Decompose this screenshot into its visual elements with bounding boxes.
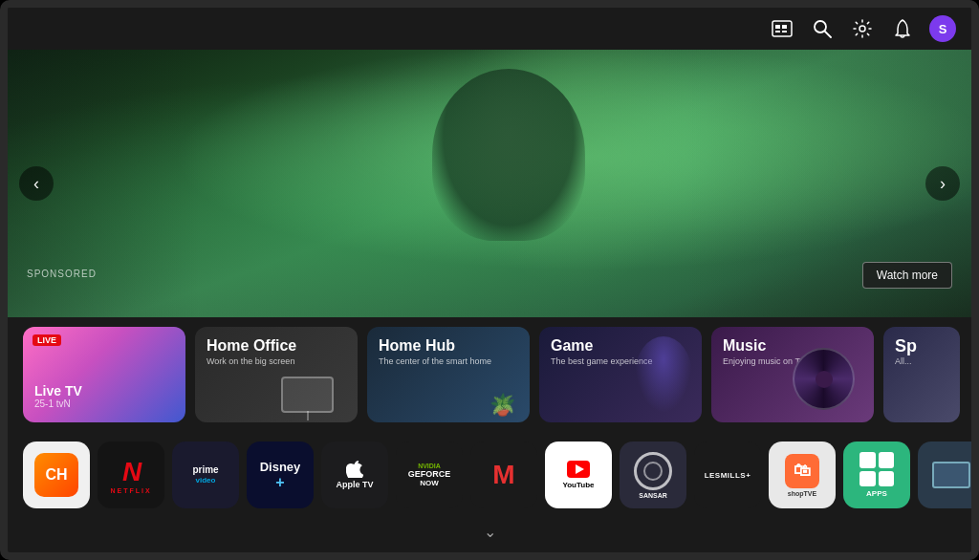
masterclass-logo: M bbox=[492, 460, 514, 490]
nvidia-text: NVIDIA bbox=[408, 463, 451, 469]
home-hub-subtitle: The center of the smart home bbox=[379, 356, 491, 366]
ch-logo: CH bbox=[34, 453, 78, 497]
svg-rect-1 bbox=[775, 25, 780, 29]
shoptv-label: shopTVE bbox=[788, 490, 816, 497]
screen-icon bbox=[932, 462, 970, 488]
desk-visual bbox=[262, 365, 358, 422]
hero-overlay bbox=[8, 50, 971, 317]
card-sp[interactable]: Sp All... bbox=[883, 327, 960, 422]
live-tv-channel: 25-1 tvN bbox=[34, 398, 82, 409]
sp-title: Sp bbox=[895, 336, 917, 356]
svg-rect-0 bbox=[772, 21, 792, 36]
apps-label: APPS bbox=[866, 489, 887, 498]
game-title: Game bbox=[551, 336, 653, 355]
card-game[interactable]: Game The best game experience bbox=[539, 327, 702, 422]
geforce-logo: NVIDIA GEFORCE NOW bbox=[408, 463, 451, 487]
vinyl-center bbox=[816, 371, 833, 388]
apps-grid-icon bbox=[859, 452, 894, 486]
home-hub-title: Home Hub bbox=[379, 336, 491, 355]
tv-frame: S ‹ › SPONSORED Watch more LIVE Live TV … bbox=[0, 0, 979, 560]
lesmills-text: LESMILLS+ bbox=[705, 471, 751, 480]
card-music[interactable]: Music Enjoying music on TV bbox=[711, 327, 874, 422]
music-label: Music Enjoying music on TV bbox=[723, 336, 806, 366]
sansar-text: SANSAR bbox=[639, 492, 667, 499]
netflix-n-logo: N bbox=[122, 457, 140, 487]
tv-guide-icon[interactable] bbox=[769, 15, 795, 42]
music-title: Music bbox=[723, 336, 806, 355]
live-tv-title: Live TV bbox=[34, 383, 82, 398]
apps-dot-2 bbox=[879, 452, 895, 468]
apps-dot-3 bbox=[859, 471, 876, 487]
youtube-text: YouTube bbox=[562, 481, 594, 489]
svg-line-6 bbox=[825, 32, 831, 37]
disney-logo: Disney + bbox=[260, 460, 301, 491]
monitor-stand bbox=[307, 411, 309, 420]
geforce-now-text: NOW bbox=[408, 479, 451, 487]
app-geforce-now[interactable]: NVIDIA GEFORCE NOW bbox=[396, 442, 463, 508]
home-office-label: Home Office Work on the big screen bbox=[207, 336, 296, 366]
sp-label: Sp All... bbox=[895, 336, 917, 366]
home-office-title: Home Office bbox=[207, 336, 296, 355]
app-masterclass[interactable]: M bbox=[470, 442, 537, 508]
youtube-icon bbox=[567, 461, 590, 478]
app-disney-plus[interactable]: Disney + bbox=[247, 442, 314, 508]
youtube-logo bbox=[567, 461, 590, 478]
vinyl-icon bbox=[793, 348, 855, 410]
hero-banner: ‹ › SPONSORED Watch more bbox=[8, 50, 971, 317]
scroll-down-chevron[interactable]: ⌄ bbox=[484, 523, 496, 541]
hero-nav-right-button[interactable]: › bbox=[925, 166, 960, 201]
search-icon[interactable] bbox=[809, 15, 836, 42]
prime-logo: prime video bbox=[192, 463, 218, 485]
apple-tv-text: Apple TV bbox=[336, 461, 373, 489]
music-subtitle: Enjoying music on TV bbox=[723, 356, 806, 366]
geforce-text: GEFORCE bbox=[408, 469, 451, 479]
app-lesmills[interactable]: LESMILLS+ bbox=[694, 442, 761, 508]
settings-icon[interactable] bbox=[849, 15, 876, 42]
svg-rect-4 bbox=[782, 31, 787, 32]
game-character-visual bbox=[635, 336, 692, 413]
card-home-office[interactable]: Home Office Work on the big screen bbox=[195, 327, 358, 422]
shoptv-bag-icon: 🛍 bbox=[794, 461, 811, 481]
disney-text: Disney bbox=[260, 460, 301, 474]
app-sansar[interactable]: SANSAR bbox=[620, 442, 686, 508]
apps-dot-4 bbox=[879, 471, 895, 487]
live-badge: LIVE bbox=[33, 334, 61, 346]
card-home-hub[interactable]: Home Hub The center of the smart home 🪴 bbox=[367, 327, 530, 422]
app-prime-video[interactable]: prime video bbox=[172, 442, 239, 508]
svg-rect-2 bbox=[782, 25, 787, 29]
sp-subtitle: All... bbox=[895, 356, 917, 366]
app-youtube[interactable]: YouTube bbox=[545, 442, 612, 508]
app-apps[interactable]: APPS bbox=[843, 442, 910, 508]
sansar-circle-icon bbox=[634, 452, 672, 490]
hub-plant-icon: 🪴 bbox=[490, 393, 515, 418]
top-bar: S bbox=[8, 8, 971, 50]
home-hub-label: Home Hub The center of the smart home bbox=[379, 336, 491, 366]
prime-text1: prime bbox=[192, 463, 218, 476]
youtube-play-triangle bbox=[576, 464, 584, 474]
app-shoptv[interactable]: 🛍 shopTVE bbox=[769, 442, 836, 508]
svg-point-7 bbox=[859, 26, 865, 32]
hero-nav-left-button[interactable]: ‹ bbox=[19, 166, 54, 201]
apps-row: CH N NETFLIX prime video Disney + bbox=[8, 432, 971, 518]
watch-more-button[interactable]: Watch more bbox=[862, 262, 952, 289]
svg-point-5 bbox=[815, 21, 826, 32]
monitor-icon bbox=[281, 377, 334, 413]
app-screen[interactable] bbox=[918, 442, 971, 508]
app-ch[interactable]: CH bbox=[23, 442, 90, 508]
netflix-text: NETFLIX bbox=[110, 487, 151, 494]
user-avatar[interactable]: S bbox=[929, 15, 956, 42]
app-apple-tv[interactable]: Apple TV bbox=[321, 442, 388, 508]
sansar-inner-circle bbox=[643, 462, 663, 481]
live-tv-info: Live TV 25-1 tvN bbox=[34, 383, 82, 409]
shoptv-icon: 🛍 bbox=[785, 454, 819, 488]
card-live-tv[interactable]: LIVE Live TV 25-1 tvN bbox=[23, 327, 185, 422]
prime-text2: video bbox=[192, 476, 218, 485]
app-netflix[interactable]: N NETFLIX bbox=[98, 442, 164, 508]
cards-row: LIVE Live TV 25-1 tvN Home Office Work o… bbox=[8, 317, 971, 432]
svg-rect-3 bbox=[775, 31, 780, 32]
bottom-bar: ⌄ bbox=[8, 518, 971, 545]
disney-plus-symbol: + bbox=[260, 474, 301, 491]
apps-dot-1 bbox=[859, 452, 876, 468]
bell-icon[interactable] bbox=[889, 15, 916, 42]
hero-sponsored-label: SPONSORED bbox=[27, 269, 97, 279]
